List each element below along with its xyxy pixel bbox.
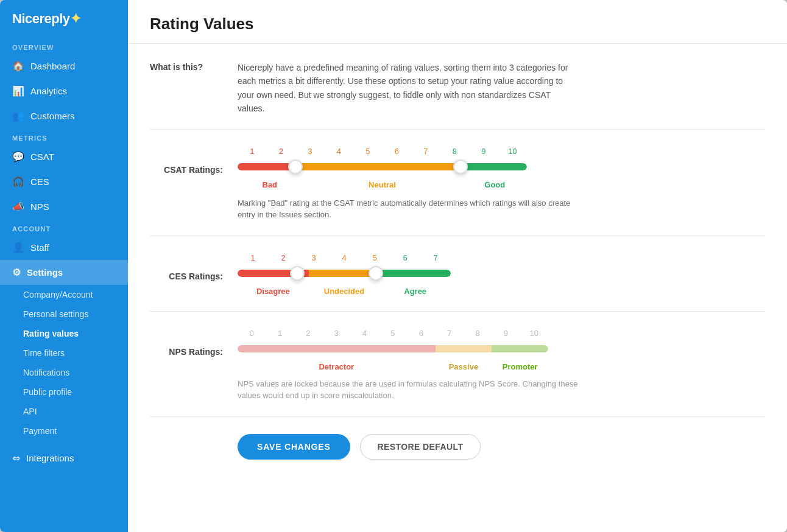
staff-icon: 👤 (12, 242, 24, 253)
sidebar-item-label: Analytics (30, 86, 67, 96)
sidebar-section-account: ACCOUNT 👤 Staff ⚙ Settings (0, 219, 128, 285)
csat-thumb-1[interactable] (288, 159, 303, 174)
csat-row: CSAT Ratings: 1 2 3 4 5 6 7 8 9 (150, 147, 765, 221)
page-title: Rating Values (150, 15, 765, 33)
csat-num-2: 2 (267, 147, 296, 156)
ces-num-5: 5 (359, 253, 390, 262)
csat-num-8: 8 (440, 147, 470, 156)
csat-num-1: 1 (238, 147, 267, 156)
csat-category-labels: Bad Neutral Good (238, 179, 527, 190)
settings-subitems: Company/Account Personal settings Rating… (0, 285, 128, 441)
restore-button[interactable]: RESTORE DEFAULT (360, 434, 481, 460)
nps-num-4: 4 (350, 329, 378, 338)
ces-numbers: 1 2 3 4 5 6 7 (238, 253, 451, 262)
logo-text: Nicereply✦ (12, 11, 80, 27)
customers-icon: 👥 (12, 110, 24, 122)
subitem-rating-values[interactable]: Rating values (0, 324, 128, 343)
sidebar-item-label: NPS (30, 201, 49, 212)
ces-category-labels: Disagree Undecided Agree (238, 285, 451, 296)
save-button[interactable]: SAVE CHANGES (238, 434, 350, 460)
csat-num-9: 9 (469, 147, 498, 156)
csat-thumb-2[interactable] (453, 159, 468, 174)
analytics-icon: 📊 (12, 85, 24, 97)
nps-num-10: 10 (520, 329, 548, 338)
nps-slider (238, 340, 548, 357)
sidebar-item-csat[interactable]: 💬 CSAT (0, 144, 128, 169)
ces-num-2: 2 (268, 253, 298, 262)
csat-slider[interactable] (238, 158, 527, 175)
ces-section: CES Ratings: 1 2 3 4 5 6 7 (150, 236, 765, 312)
action-buttons: SAVE CHANGES RESTORE DEFAULT (238, 417, 765, 472)
ces-label: CES Ratings: (150, 253, 223, 281)
sidebar-item-label: Customers (30, 111, 75, 121)
nps-num-9: 9 (492, 329, 520, 338)
sidebar-item-ces[interactable]: 🎧 CES (0, 169, 128, 194)
page-header: Rating Values (128, 0, 787, 44)
ces-num-6: 6 (390, 253, 420, 262)
nps-promoter-segment (492, 345, 548, 352)
nps-num-2: 2 (294, 329, 322, 338)
sidebar-item-analytics[interactable]: 📊 Analytics (0, 79, 128, 103)
ces-thumb-1[interactable] (290, 266, 305, 281)
csat-label: CSAT Ratings: (150, 147, 223, 175)
csat-num-6: 6 (383, 147, 412, 156)
sidebar-item-staff[interactable]: 👤 Staff (0, 235, 128, 260)
sidebar-item-label: Settings (27, 267, 63, 278)
csat-bad-label: Bad (238, 179, 302, 190)
sidebar-item-dashboard[interactable]: 🏠 Dashboard (0, 54, 128, 79)
subitem-public-profile[interactable]: Public profile (0, 382, 128, 402)
subitem-api[interactable]: API (0, 402, 128, 421)
ces-num-3: 3 (298, 253, 329, 262)
info-text: Nicereply have a predefined meaning of r… (238, 61, 579, 116)
csat-neutral-label: Neutral (302, 179, 463, 190)
sidebar-item-integrations[interactable]: ⇔ Integrations (0, 446, 128, 471)
ces-disagree-label: Disagree (238, 285, 309, 296)
sidebar-item-nps[interactable]: 📣 NPS (0, 194, 128, 219)
settings-icon: ⚙ (12, 267, 21, 278)
csat-numbers: 1 2 3 4 5 6 7 8 9 10 (238, 147, 527, 156)
csat-good-label: Good (462, 179, 527, 190)
nps-content: 0 1 2 3 4 5 6 7 8 9 10 (238, 329, 765, 402)
nps-num-0: 0 (238, 329, 266, 338)
sidebar-item-settings[interactable]: ⚙ Settings (0, 260, 128, 285)
sidebar-item-label: Staff (30, 242, 49, 253)
nps-num-6: 6 (407, 329, 435, 338)
main-panel: Rating Values What is this? Nicereply ha… (128, 0, 787, 532)
nps-section: NPS Ratings: 0 1 2 3 4 5 6 7 8 (150, 312, 765, 417)
app-window: Nicereply✦ OVERVIEW 🏠 Dashboard 📊 Analyt… (0, 0, 787, 532)
csat-num-5: 5 (353, 147, 383, 156)
sidebar-item-label: CES (30, 177, 49, 187)
subitem-payment[interactable]: Payment (0, 421, 128, 441)
subitem-company[interactable]: Company/Account (0, 285, 128, 304)
ces-thumb-2[interactable] (369, 266, 383, 281)
csat-num-7: 7 (411, 147, 440, 156)
ces-slider[interactable] (238, 265, 451, 282)
ces-row: CES Ratings: 1 2 3 4 5 6 7 (150, 253, 765, 296)
csat-content: 1 2 3 4 5 6 7 8 9 10 (238, 147, 765, 221)
nps-passive-segment (436, 345, 492, 352)
csat-icon: 💬 (12, 151, 24, 163)
nps-num-5: 5 (379, 329, 407, 338)
subitem-notifications[interactable]: Notifications (0, 363, 128, 382)
csat-num-10: 10 (498, 147, 528, 156)
sidebar-item-customers[interactable]: 👥 Customers (0, 103, 128, 128)
nps-category-labels: Detractor Passive Promoter (238, 361, 548, 372)
account-label: ACCOUNT (0, 219, 128, 235)
nps-num-7: 7 (436, 329, 464, 338)
subitem-time-filters[interactable]: Time filters (0, 343, 128, 363)
csat-num-4: 4 (325, 147, 354, 156)
info-label: What is this? (150, 61, 223, 116)
csat-good-segment (462, 163, 527, 170)
sidebar-section-overview: OVERVIEW 🏠 Dashboard 📊 Analytics 👥 Custo… (0, 38, 128, 128)
metrics-label: METRICS (0, 128, 128, 144)
nps-numbers: 0 1 2 3 4 5 6 7 8 9 10 (238, 329, 548, 338)
sidebar-section-metrics: METRICS 💬 CSAT 🎧 CES 📣 NPS (0, 128, 128, 219)
nps-row: NPS Ratings: 0 1 2 3 4 5 6 7 8 (150, 329, 765, 402)
csat-note: Marking "Bad" rating at the CSAT metric … (238, 197, 579, 221)
dashboard-icon: 🏠 (12, 60, 24, 72)
logo: Nicereply✦ (0, 0, 128, 38)
subitem-personal[interactable]: Personal settings (0, 304, 128, 324)
sidebar-item-label: Integrations (26, 453, 74, 463)
nps-detractor-label: Detractor (238, 361, 436, 372)
nps-num-3: 3 (322, 329, 350, 338)
